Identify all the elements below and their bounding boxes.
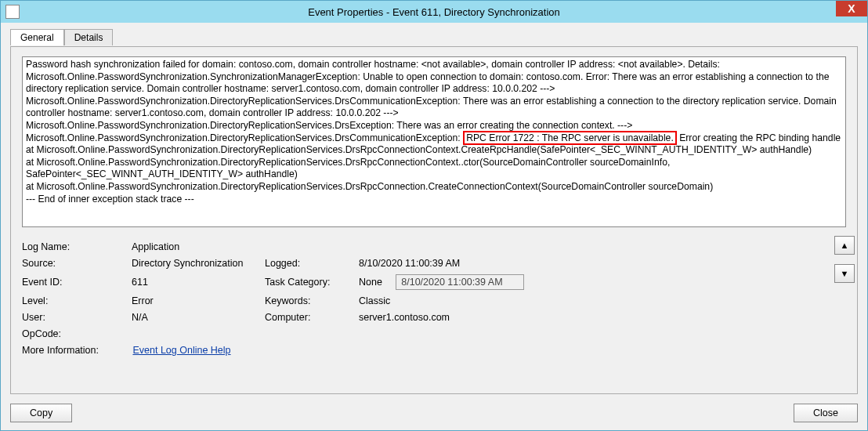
desc-text: at Microsoft.Online.PasswordSynchronizat…	[26, 157, 842, 181]
event-description-text[interactable]: Password hash synchronization failed for…	[22, 56, 846, 227]
window-close-button[interactable]: X	[836, 1, 867, 16]
copy-button[interactable]: Copy	[10, 404, 72, 422]
client-area: General Details Password hash synchroniz…	[1, 23, 867, 430]
bottom-button-bar: Copy Close	[10, 404, 858, 422]
source-value: Directory Synchronization	[132, 258, 265, 269]
description-wrapper: Password hash synchronization failed for…	[22, 56, 846, 227]
close-icon: X	[848, 2, 855, 15]
titlebar: Event Properties - Event 611, Directory …	[1, 1, 867, 23]
close-button[interactable]: Close	[794, 404, 858, 422]
log-name-label: Log Name:	[22, 241, 132, 252]
keywords-label: Keywords:	[265, 295, 359, 306]
event-id-label: Event ID:	[22, 277, 132, 288]
user-value: N/A	[132, 312, 265, 323]
log-name-value: Application	[132, 241, 265, 252]
level-value: Error	[132, 295, 265, 306]
next-event-button[interactable]: ▼	[834, 264, 855, 283]
tab-details[interactable]: Details	[64, 29, 114, 45]
event-log-online-help-link[interactable]: Event Log Online Help	[132, 345, 230, 356]
desc-domain: contoso.com	[239, 59, 293, 70]
window-title: Event Properties - Event 611, Directory …	[1, 6, 867, 18]
desc-text: at Microsoft.Online.PasswordSynchronizat…	[26, 144, 842, 157]
user-label: User:	[22, 312, 132, 323]
rpc-error-highlight: RPC Error 1722 : The RPC server is unava…	[463, 131, 677, 145]
tab-strip: General Details	[10, 29, 113, 45]
source-label: Source:	[22, 258, 132, 269]
event-id-value: 611	[132, 277, 265, 288]
level-label: Level:	[22, 295, 132, 306]
desc-text: Microsoft.Online.PasswordSynchronization…	[26, 71, 842, 96]
arrow-up-icon: ▲	[841, 241, 849, 250]
logged-time-box[interactable]: 8/10/2020 11:00:39 AM	[396, 274, 524, 290]
logged-label: Logged:	[265, 258, 359, 269]
more-info-row: More Information: Event Log Online Help	[22, 345, 846, 356]
desc-text: --- End of inner exception stack trace -…	[26, 194, 842, 206]
task-category-value: None	[359, 277, 382, 288]
desc-text: Microsoft.Online.PasswordSynchronization…	[26, 132, 463, 143]
opcode-label: OpCode:	[22, 328, 132, 339]
more-info-label: More Information:	[22, 345, 99, 356]
tab-general[interactable]: General	[10, 29, 64, 45]
tab-general-body: Password hash synchronization failed for…	[10, 46, 858, 394]
arrow-down-icon: ▼	[841, 269, 849, 278]
logged-value: 8/10/2020 11:00:39 AM	[359, 258, 531, 269]
computer-value: server1.contoso.com	[359, 312, 531, 323]
desc-text: Microsoft.Online.PasswordSynchronization…	[26, 96, 842, 120]
event-fields-grid: Log Name: Application Source: Directory …	[22, 241, 846, 339]
task-category-label: Task Category:	[265, 277, 359, 288]
event-properties-window: Event Properties - Event 611, Directory …	[0, 0, 868, 431]
desc-text: Error creating the RPC binding handle	[677, 132, 841, 143]
desc-text: at Microsoft.Online.PasswordSynchronizat…	[26, 181, 842, 194]
prev-event-button[interactable]: ▲	[834, 236, 855, 255]
desc-text: Password hash synchronization failed for…	[26, 59, 239, 70]
computer-label: Computer:	[265, 312, 359, 323]
desc-text: , domain controller hostname: <not avail…	[293, 59, 720, 70]
keywords-value: Classic	[359, 295, 531, 306]
desc-text: Microsoft.Online.PasswordSynchronization…	[26, 120, 842, 132]
